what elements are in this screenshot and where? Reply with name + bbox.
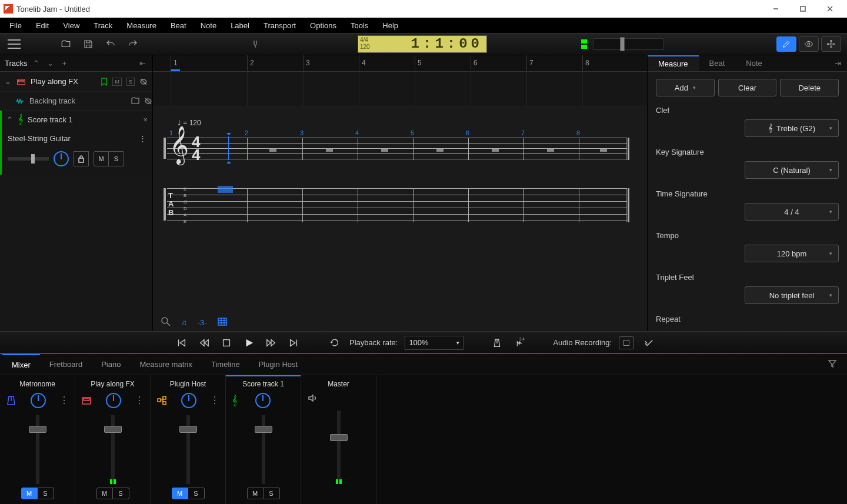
playback-rate-select[interactable]: 100%▾ [405,336,463,350]
open-file-button[interactable] [58,36,74,52]
menu-tools[interactable]: Tools [344,19,375,32]
folder-icon[interactable] [131,97,139,104]
channel-fader[interactable] [262,415,265,484]
tab-measure-matrix[interactable]: Measure matrix [130,354,202,375]
tab-note[interactable]: Note [735,55,772,71]
solo-indicator[interactable]: S [126,78,135,86]
channel-mute-button[interactable]: M [21,488,38,499]
redo-button[interactable] [125,36,141,52]
track-backing[interactable]: Backing track [0,92,152,111]
timeline-ruler[interactable]: 1 2 3 4 5 6 7 8 [153,55,647,72]
close-track-button[interactable]: × [143,115,148,124]
tab-piano[interactable]: Piano [92,354,130,375]
channel-pan-knob[interactable] [106,393,121,408]
channel-options-button[interactable]: ⋮ [59,399,69,402]
channel-mute-button[interactable]: M [172,488,188,499]
play-button[interactable] [241,335,256,351]
track-pan-knob[interactable] [54,151,69,166]
collapse-up-button[interactable]: ⌃ [31,58,42,69]
go-to-start-button[interactable] [174,335,189,351]
menu-options[interactable]: Options [303,19,344,32]
record-toggle[interactable] [619,336,634,349]
hide-icon[interactable] [144,97,152,105]
delete-button[interactable]: Delete [780,79,839,96]
triplet-feel-select[interactable]: No triplet feel▾ [745,286,839,304]
tempo-select[interactable]: 120 bpm▾ [745,245,839,262]
menu-track[interactable]: Track [86,19,119,32]
go-to-end-button[interactable] [286,335,301,351]
track-mute-button[interactable]: M [94,151,109,166]
notes-view-button[interactable]: ♫ [181,318,187,327]
grid-view-button[interactable] [218,318,227,328]
channel-pan-knob[interactable] [181,393,196,408]
confirm-button[interactable] [641,335,656,351]
tab-measure[interactable]: Measure [648,55,699,71]
menu-note[interactable]: Note [194,19,224,32]
settings-button[interactable] [821,36,841,52]
track-playalong-fx[interactable]: ⌄ Play along FX M S [0,72,152,92]
key-signature-select[interactable]: C (Natural)▾ [745,161,839,179]
more-options-button[interactable]: ⋮ [139,134,146,143]
tab-fretboard[interactable]: Fretboard [40,354,92,375]
channel-pan-knob[interactable] [31,393,46,408]
channel-mute-button[interactable]: M [247,488,264,499]
menu-measure[interactable]: Measure [119,19,164,32]
menu-label[interactable]: Label [224,19,256,32]
add-button[interactable]: Add▾ [656,79,715,96]
count-in-button[interactable]: 3 4 [512,335,527,351]
master-volume-slider[interactable] [593,38,663,50]
view-mode-button[interactable] [799,36,819,52]
track-volume-slider[interactable] [8,157,49,161]
tab-mixer[interactable]: Mixer [2,354,40,375]
mute-indicator[interactable]: M [112,78,122,86]
tablature-staff[interactable]: TAB EBGDAE [167,186,633,227]
instrument-name[interactable]: Steel-String Guitar [8,134,71,143]
channel-options-button[interactable]: ⋮ [135,399,144,402]
notation-canvas[interactable]: ♩ = 120 𝄞 44 1 2 3 4 5 6 7 8 [153,107,647,313]
tab-timeline[interactable]: Timeline [202,354,249,375]
menu-file[interactable]: File [2,19,29,32]
metronome-button[interactable] [489,335,505,351]
channel-options-button[interactable]: ⋮ [210,399,219,402]
channel-solo-button[interactable]: S [113,488,129,499]
tab-beat[interactable]: Beat [699,55,736,71]
time-signature-select[interactable]: 4 / 4▾ [745,203,839,221]
track-solo-button[interactable]: S [109,151,124,166]
collapse-panel-button[interactable]: ⇤ [137,58,148,69]
channel-fader[interactable] [337,410,341,484]
tab-plugin-host[interactable]: Plugin Host [249,354,307,375]
menu-view[interactable]: View [56,19,86,32]
tuning-fork-button[interactable] [247,36,264,52]
channel-fader[interactable] [111,415,115,484]
pin-panel-button[interactable]: ⇥ [829,59,847,68]
stop-button[interactable] [219,335,234,351]
rewind-button[interactable] [196,335,212,351]
clear-button[interactable]: Clear [718,79,777,96]
filter-button[interactable] [820,359,845,369]
channel-fader[interactable] [186,415,190,484]
channel-solo-button[interactable]: S [188,488,205,499]
zoom-button[interactable] [161,317,171,328]
collapse-down-button[interactable]: ⌄ [45,58,56,69]
save-file-button[interactable] [80,36,96,52]
menu-edit[interactable]: Edit [29,19,56,32]
channel-pan-knob[interactable] [255,393,271,408]
channel-solo-button[interactable]: S [264,488,280,499]
hide-icon[interactable] [139,78,148,86]
triplet-view-button[interactable]: -3- [198,318,207,327]
window-maximize-button[interactable] [789,0,816,18]
menu-beat[interactable]: Beat [164,19,194,32]
score-track-header[interactable]: ⌃ 𝄞 Score track 1 × [2,111,152,128]
channel-mute-button[interactable]: M [96,488,113,499]
standard-notation-staff[interactable]: 𝄞 44 1 2 3 4 5 6 7 8 [167,131,633,168]
channel-solo-button[interactable]: S [38,488,54,499]
menu-transport[interactable]: Transport [256,19,303,32]
window-close-button[interactable] [816,0,843,18]
loop-button[interactable] [327,335,342,351]
channel-fader[interactable] [36,415,39,484]
menu-help[interactable]: Help [375,19,405,32]
hamburger-menu-button[interactable] [6,36,22,52]
edit-mode-button[interactable] [776,36,796,52]
window-minimize-button[interactable] [762,0,789,18]
lock-button[interactable] [74,151,89,166]
